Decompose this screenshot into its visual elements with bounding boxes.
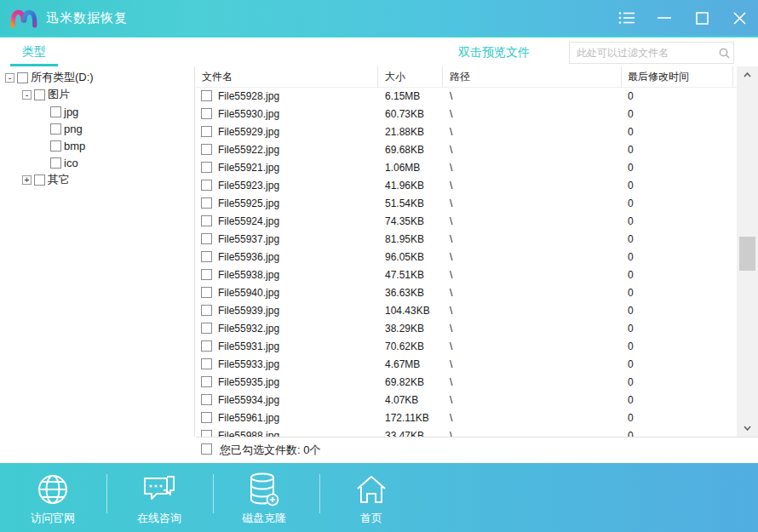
row-checkbox[interactable] (201, 144, 212, 155)
tree-item[interactable]: jpg (0, 103, 194, 120)
row-checkbox[interactable] (201, 323, 212, 334)
tree-item[interactable]: + 其它 (0, 171, 194, 188)
cell-filename: File55929.jpg (218, 126, 279, 138)
scrollbar-thumb[interactable] (739, 237, 755, 271)
column-divider (732, 66, 733, 88)
tree-item-label: bmp (64, 140, 85, 152)
menu-icon[interactable] (608, 0, 646, 36)
cell-mtime: 0 (628, 269, 634, 281)
table-row[interactable]: File55934.jpg 4.07KB \ 0 (196, 392, 737, 409)
cell-path: \ (450, 108, 452, 120)
column-header-mtime[interactable]: 最后修改时间 (628, 70, 689, 84)
row-checkbox[interactable] (201, 180, 212, 191)
cell-path: \ (450, 233, 452, 245)
tree-checkbox[interactable] (50, 140, 61, 152)
row-checkbox[interactable] (201, 340, 212, 352)
cell-path: \ (450, 287, 452, 299)
row-checkbox[interactable] (201, 251, 212, 262)
table-row[interactable]: File55940.jpg 36.63KB \ 0 (196, 284, 737, 302)
disk-clone-icon (226, 472, 302, 507)
table-row[interactable]: File55929.jpg 21.88KB \ 0 (196, 123, 737, 141)
row-checkbox[interactable] (201, 197, 212, 209)
tree-item[interactable]: - 所有类型(D:) (0, 69, 194, 86)
tree-checkbox[interactable] (17, 72, 28, 83)
cell-mtime: 0 (628, 394, 634, 406)
row-checkbox[interactable] (201, 412, 212, 423)
cell-mtime: 0 (628, 233, 634, 245)
table-row[interactable]: File55937.jpg 81.95KB \ 0 (196, 231, 737, 249)
table-row[interactable]: File55928.jpg 6.15MB \ 0 (196, 88, 737, 106)
minimize-button[interactable] (646, 0, 683, 36)
table-row[interactable]: File55988.jpg 33.47KB \ 0 (196, 427, 737, 437)
table-row[interactable]: File55936.jpg 96.05KB \ 0 (196, 249, 737, 266)
table-row[interactable]: File55931.jpg 70.62KB \ 0 (196, 338, 737, 356)
table-row[interactable]: File55961.jpg 172.11KB \ 0 (196, 409, 737, 427)
row-checkbox[interactable] (201, 376, 212, 387)
tree-expander-icon[interactable]: + (22, 175, 32, 185)
close-button[interactable] (721, 0, 758, 36)
row-checkbox[interactable] (201, 358, 212, 369)
tree-item[interactable]: bmp (0, 137, 194, 154)
row-checkbox[interactable] (201, 126, 212, 137)
tree-checkbox[interactable] (50, 157, 61, 169)
nav-official-site[interactable]: 访问官网 (14, 472, 91, 526)
nav-home[interactable]: 首页 (333, 472, 410, 526)
table-row[interactable]: File55930.jpg 60.73KB \ 0 (196, 106, 737, 123)
tree-item[interactable]: - 图片 (0, 86, 194, 103)
tab-bar: 类型 双击预览文件 (0, 36, 758, 66)
column-header-path[interactable]: 路径 (450, 70, 470, 84)
cell-filename: File55938.jpg (218, 269, 279, 281)
row-checkbox[interactable] (201, 430, 212, 437)
row-checkbox[interactable] (201, 108, 212, 119)
vertical-scrollbar[interactable] (737, 66, 758, 437)
row-checkbox[interactable] (201, 233, 212, 244)
nav-online-support[interactable]: 在线咨询 (121, 472, 198, 526)
tree-expander-icon[interactable]: - (22, 90, 32, 100)
column-header-size[interactable]: 大小 (385, 70, 405, 84)
table-row[interactable]: File55939.jpg 104.43KB \ 0 (196, 302, 737, 320)
row-checkbox[interactable] (201, 269, 212, 280)
row-checkbox[interactable] (201, 287, 212, 298)
row-checkbox[interactable] (201, 305, 212, 316)
cell-mtime: 0 (628, 162, 634, 174)
tree-checkbox[interactable] (34, 174, 45, 186)
cell-filename: File55932.jpg (218, 323, 279, 335)
tree-checkbox[interactable] (34, 89, 45, 100)
row-checkbox[interactable] (201, 90, 212, 101)
table-row[interactable]: File55935.jpg 69.82KB \ 0 (196, 374, 737, 392)
search-icon[interactable] (715, 48, 733, 59)
row-checkbox[interactable] (201, 394, 212, 405)
table-row[interactable]: File55925.jpg 51.54KB \ 0 (196, 195, 737, 213)
tree-expander-icon[interactable]: - (5, 73, 14, 83)
tree-checkbox[interactable] (50, 123, 61, 134)
table-row[interactable]: File55933.jpg 4.67MB \ 0 (196, 356, 737, 374)
tab-type[interactable]: 类型 (10, 37, 58, 66)
tree-item[interactable]: ico (0, 154, 194, 171)
row-checkbox[interactable] (201, 215, 212, 226)
column-divider (621, 66, 622, 88)
table-row[interactable]: File55921.jpg 1.06MB \ 0 (196, 159, 737, 177)
tree-item[interactable]: png (0, 120, 194, 137)
table-row[interactable]: File55923.jpg 41.96KB \ 0 (196, 177, 737, 195)
column-header-filename[interactable]: 文件名 (202, 70, 233, 84)
cell-mtime: 0 (628, 358, 634, 370)
cell-filename: File55934.jpg (218, 394, 279, 406)
row-checkbox[interactable] (201, 162, 212, 173)
scroll-down-icon[interactable] (737, 421, 758, 435)
cell-path: \ (450, 305, 452, 317)
cell-filename: File55933.jpg (218, 358, 279, 370)
filter-search-input[interactable] (570, 43, 715, 62)
cell-mtime: 0 (628, 251, 634, 263)
table-row[interactable]: File55932.jpg 38.29KB \ 0 (196, 320, 737, 338)
cell-mtime: 0 (628, 144, 634, 156)
tree-checkbox[interactable] (50, 106, 61, 117)
nav-disk-clone[interactable]: 磁盘克隆 (226, 472, 302, 526)
cell-size: 6.15MB (385, 90, 420, 102)
cell-size: 81.95KB (385, 233, 424, 245)
table-row[interactable]: File55924.jpg 74.35KB \ 0 (196, 213, 737, 231)
select-all-checkbox[interactable] (201, 443, 212, 455)
table-row[interactable]: File55938.jpg 47.51KB \ 0 (196, 266, 737, 284)
table-row[interactable]: File55922.jpg 69.68KB \ 0 (196, 141, 737, 159)
maximize-button[interactable] (683, 0, 721, 36)
scroll-up-icon[interactable] (737, 68, 758, 82)
